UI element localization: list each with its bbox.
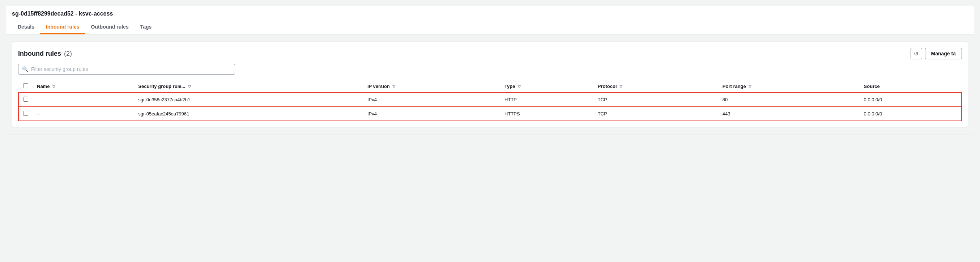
panel-actions: ↺ Manage ta	[910, 48, 962, 59]
cell-protocol: TCP	[593, 107, 718, 121]
refresh-button[interactable]: ↺	[910, 48, 922, 59]
table-header: Name ▽ Security group rule... ▽ IP versi…	[18, 80, 962, 93]
select-all-cell	[18, 80, 33, 93]
col-protocol: Protocol ▽	[593, 80, 718, 93]
main-card: sg-0d15ff8299decad52 - ksvc-access Detai…	[6, 6, 974, 135]
cell-sgr: sgr-0e358c2377ca4b2b1	[134, 93, 363, 107]
col-name: Name ▽	[33, 80, 134, 93]
search-bar: 🔍	[18, 64, 235, 75]
sort-ipversion-icon: ▽	[392, 85, 395, 89]
tab-details[interactable]: Details	[12, 20, 40, 34]
row-checkbox-0[interactable]	[23, 97, 28, 102]
tab-outbound-rules[interactable]: Outbound rules	[85, 20, 134, 34]
sort-type-icon: ▽	[518, 85, 521, 89]
panel-title: Inbound rules (2)	[18, 50, 72, 58]
table-row: – sgr-05eafac245ea79961 IPv4 HTTPS TCP 4…	[18, 107, 962, 121]
cell-ipversion: IPv4	[363, 93, 500, 107]
cell-portrange: 443	[718, 107, 859, 121]
row-checkbox-1[interactable]	[23, 111, 28, 116]
content-area: Inbound rules (2) ↺ Manage ta 🔍	[6, 34, 974, 135]
cell-source: 0.0.0.0/0	[859, 107, 962, 121]
manage-tags-button[interactable]: Manage ta	[925, 48, 962, 59]
cell-ipversion: IPv4	[363, 107, 500, 121]
cell-name: –	[33, 107, 134, 121]
sort-protocol-icon: ▽	[619, 85, 622, 89]
panel-header: Inbound rules (2) ↺ Manage ta	[18, 48, 962, 59]
sort-portrange-icon: ▽	[749, 85, 751, 89]
cell-source: 0.0.0.0/0	[859, 93, 962, 107]
rules-table: Name ▽ Security group rule... ▽ IP versi…	[18, 80, 962, 121]
table-body: – sgr-0e358c2377ca4b2b1 IPv4 HTTP TCP 80…	[18, 93, 962, 121]
col-sgr: Security group rule... ▽	[134, 80, 363, 93]
page-wrapper: sg-0d15ff8299decad52 - ksvc-access Detai…	[0, 0, 980, 262]
sort-name-icon: ▽	[52, 85, 55, 89]
tab-inbound-rules[interactable]: Inbound rules	[40, 20, 85, 34]
cell-type: HTTPS	[500, 107, 593, 121]
inbound-rules-panel: Inbound rules (2) ↺ Manage ta 🔍	[12, 42, 968, 127]
sort-sgr-icon: ▽	[188, 85, 191, 89]
search-input[interactable]	[31, 66, 231, 72]
tab-tags[interactable]: Tags	[135, 20, 158, 34]
refresh-icon: ↺	[914, 50, 918, 57]
cell-type: HTTP	[500, 93, 593, 107]
table-wrapper: Name ▽ Security group rule... ▽ IP versi…	[18, 80, 962, 121]
tabs-bar: Details Inbound rules Outbound rules Tag…	[6, 20, 974, 34]
cell-sgr: sgr-05eafac245ea79961	[134, 107, 363, 121]
cell-protocol: TCP	[593, 93, 718, 107]
page-title: sg-0d15ff8299decad52 - ksvc-access	[6, 6, 974, 20]
cell-name: –	[33, 93, 134, 107]
search-icon: 🔍	[22, 66, 28, 72]
col-type: Type ▽	[500, 80, 593, 93]
cell-portrange: 80	[718, 93, 859, 107]
col-ipversion: IP version ▽	[363, 80, 500, 93]
col-source: Source	[859, 80, 962, 93]
col-portrange: Port range ▽	[718, 80, 859, 93]
table-row: – sgr-0e358c2377ca4b2b1 IPv4 HTTP TCP 80…	[18, 93, 962, 107]
select-all-checkbox[interactable]	[23, 83, 28, 88]
